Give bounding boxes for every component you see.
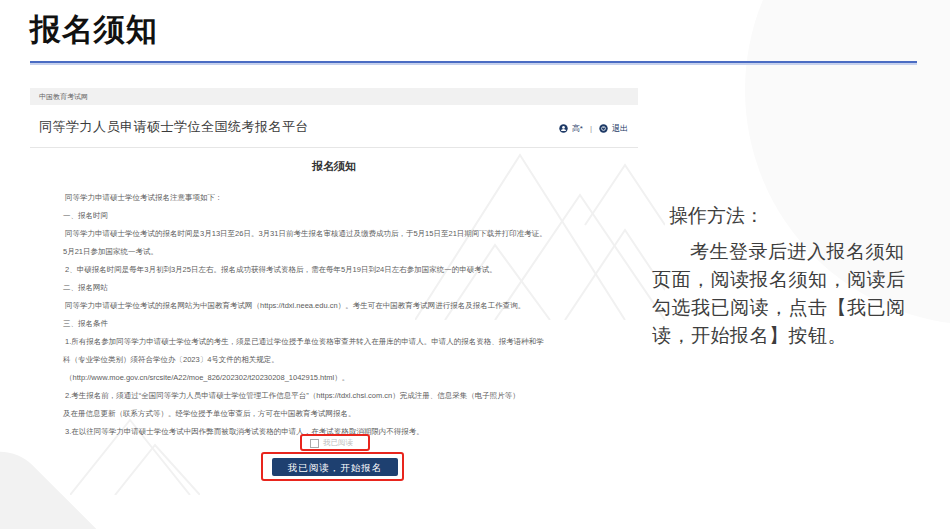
notice-line: 2.考生报名前，须通过“全国同等学力人员申请硕士学位管理工作信息平台”（http… (63, 387, 638, 405)
notice-line: （http://www.moe.gov.cn/srcsite/A22/moe_8… (63, 369, 638, 387)
notice-line: 三、报名条件 (63, 315, 638, 333)
notice-line: 2、申硕报名时间是每年3月初到3月25日左右。报名成功获得考试资格后，需在每年5… (63, 261, 638, 279)
notice-line: 同等学力申请硕士学位考试报名注意事项如下： (63, 189, 638, 207)
slide-canvas: 报名须知 中国教育考试网 同等学力人员申请硕士学位全国统考报名平台 高* | 退… (0, 0, 950, 529)
notice-body: 同等学力申请硕士学位考试报名注意事项如下： 一、报名时间 同等学力申请硕士学位考… (63, 189, 638, 441)
browser-site-label: 中国教育考试网 (30, 88, 638, 105)
header-separator: | (590, 124, 592, 133)
notice-line: 1.所有报名参加同等学力申请硕士学位考试的考生，须是已通过学位授予单位资格审查并… (63, 333, 638, 351)
user-name[interactable]: 高* (572, 123, 583, 134)
user-area: 高* | 退出 (559, 123, 628, 134)
instructions-body: 考生登录后进入报名须知页面，阅读报名须知，阅读后勾选我已阅读，点击【我已阅读，开… (652, 238, 916, 350)
notice-title: 报名须知 (30, 159, 638, 174)
instructions-panel: 操作方法： 考生登录后进入报名须知页面，阅读报名须知，阅读后勾选我已阅读，点击【… (652, 203, 916, 350)
power-icon (599, 124, 608, 133)
notice-line: 同等学力申请硕士学位考试的报名网站为中国教育考试网（https://tdxl.n… (63, 297, 638, 315)
page-title: 报名须知 (30, 9, 158, 51)
notice-line: 5月21日参加国家统一考试。 (63, 243, 638, 261)
header-divider (30, 147, 638, 148)
user-icon (559, 124, 568, 133)
instructions-heading: 操作方法： (652, 203, 916, 229)
title-underline (30, 61, 917, 63)
checkbox-highlight-box: 我已阅读 (300, 434, 370, 451)
read-checkbox-row[interactable]: 我已阅读 (310, 438, 353, 448)
platform-title: 同等学力人员申请硕士学位全国统考报名平台 (39, 118, 309, 136)
notice-line: 二、报名网站 (63, 279, 638, 297)
notice-line: 同等学力申请硕士学位考试的报名时间是3月13日至26日。3月31日前考生报名审核… (63, 225, 638, 243)
notice-line: 一、报名时间 (63, 207, 638, 225)
notice-line: 科（专业学位类别）须符合学位办〔2023〕4号文件的相关规定。 (63, 351, 638, 369)
site-header: 同等学力人员申请硕士学位全国统考报名平台 高* | 退出 (30, 105, 638, 147)
read-checkbox[interactable] (310, 439, 319, 448)
start-registration-button[interactable]: 我已阅读，开始报名 (272, 458, 398, 476)
notice-line: 及在册信息更新（联系方式等）。经学位授予单位审查后，方可在中国教育考试网报名。 (63, 405, 638, 423)
logout-button[interactable]: 退出 (612, 123, 628, 134)
read-checkbox-label: 我已阅读 (323, 438, 353, 448)
